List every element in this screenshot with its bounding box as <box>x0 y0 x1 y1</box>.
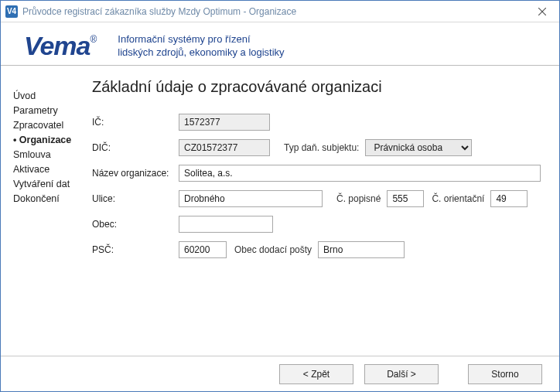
label-ic: IČ: <box>92 117 179 128</box>
app-icon: V4 <box>5 5 18 18</box>
dic-field[interactable] <box>179 139 270 156</box>
back-button[interactable]: < Zpět <box>279 364 353 384</box>
psc-field[interactable] <box>179 241 227 258</box>
post-city-field[interactable] <box>318 241 405 258</box>
cancel-button[interactable]: Storno <box>468 364 542 384</box>
footer: < Zpět Další > Storno <box>1 356 559 391</box>
sidebar: Úvod Parametry Zpracovatel Organizace Sm… <box>1 66 84 356</box>
label-post-city: Obec dodací pošty <box>234 244 312 255</box>
logo-reg: ® <box>90 34 96 45</box>
wizard-window: V4 Průvodce registrací zákazníka služby … <box>0 0 560 392</box>
street-field[interactable] <box>179 190 323 207</box>
close-icon <box>538 8 546 15</box>
next-button[interactable]: Další > <box>364 364 439 384</box>
label-house-no: Č. popisné <box>336 193 381 204</box>
house-no-field[interactable] <box>387 190 424 207</box>
ic-field[interactable] <box>179 114 270 131</box>
page-title: Základní údaje o zpracovávané organizaci <box>92 78 541 96</box>
header: Vema® Informační systémy pro řízení lids… <box>1 22 559 66</box>
sidebar-item-parametry[interactable]: Parametry <box>13 105 84 116</box>
logo: Vema® <box>24 31 96 61</box>
main: Základní údaje o zpracovávané organizaci… <box>84 66 559 356</box>
sidebar-item-aktivace[interactable]: Aktivace <box>13 164 84 175</box>
label-orient-no: Č. orientační <box>432 193 484 204</box>
tagline: Informační systémy pro řízení lidských z… <box>118 33 284 59</box>
logo-text: Vema <box>24 31 90 60</box>
label-city: Obec: <box>92 219 179 230</box>
org-name-field[interactable] <box>179 165 541 182</box>
sidebar-item-zpracovatel[interactable]: Zpracovatel <box>13 120 84 131</box>
city-field[interactable] <box>179 216 273 233</box>
sidebar-item-vytvareni-dat[interactable]: Vytváření dat <box>13 179 84 189</box>
sidebar-item-dokonceni[interactable]: Dokončení <box>13 193 84 204</box>
sidebar-item-smlouva[interactable]: Smlouva <box>13 149 84 160</box>
close-button[interactable] <box>525 1 559 22</box>
sidebar-item-organizace[interactable]: Organizace <box>13 135 84 145</box>
label-psc: PSČ: <box>92 244 179 255</box>
label-org-name: Název organizace: <box>92 168 179 179</box>
orient-no-field[interactable] <box>490 190 528 207</box>
label-street: Ulice: <box>92 193 179 204</box>
window-title: Průvodce registrací zákazníka služby Mzd… <box>22 6 296 17</box>
label-subject-type: Typ daň. subjektu: <box>284 142 359 153</box>
body: Úvod Parametry Zpracovatel Organizace Sm… <box>1 66 559 356</box>
titlebar: V4 Průvodce registrací zákazníka služby … <box>1 1 559 22</box>
subject-type-select[interactable]: Právnická osoba <box>365 139 472 156</box>
tagline-line1: Informační systémy pro řízení <box>118 33 284 46</box>
tagline-line2: lidských zdrojů, ekonomiky a logistiky <box>118 46 284 59</box>
label-dic: DIČ: <box>92 142 179 153</box>
sidebar-item-uvod[interactable]: Úvod <box>13 90 84 101</box>
